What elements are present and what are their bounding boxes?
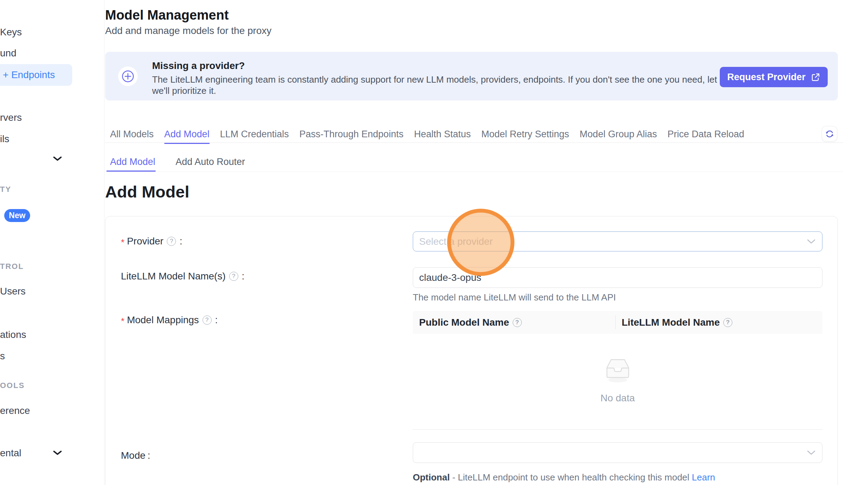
litellm-admin-page: Keys und + Endpoints rvers ils TY New TR… [0,0,868,485]
chevron-down-icon [807,239,816,244]
sidebar-section-header: OOLS [0,381,25,390]
chevron-down-icon [53,450,62,456]
model-name-input[interactable]: claude-3-opus [413,267,822,288]
tab-llm-credentials[interactable]: LLM Credentials [220,129,289,144]
provider-select[interactable]: Select a provider [413,231,822,251]
col-public-model-name-text: Public Model Name [419,317,509,328]
help-icon[interactable]: ? [513,318,522,327]
tab-add-model[interactable]: Add Model [164,129,210,144]
banner-title: Missing a provider? [152,60,245,71]
tab-health-status[interactable]: Health Status [414,129,471,144]
provider-label: * Provider ? : [121,236,182,247]
request-provider-label: Request Provider [727,72,806,83]
chevron-down-icon [53,155,62,162]
subtab-add-auto-router[interactable]: Add Auto Router [176,157,245,167]
col-public-model-name: Public Model Name ? [413,317,615,328]
missing-provider-banner: Missing a provider? The LiteLLM engineer… [105,52,838,101]
page-subtitle: Add and manage models for the proxy [105,25,272,36]
sidebar-item-organizations[interactable]: ations [0,329,26,340]
sidebar-item-playground[interactable]: und [0,48,16,59]
plus-circle-icon [121,70,135,83]
sidebar-item-label: + Endpoints [3,69,55,81]
model-mappings-table: Public Model Name ? LiteLLM Model Name ?… [413,311,822,430]
label-colon: : [179,236,182,247]
sidebar-item-models-endpoints[interactable]: + Endpoints [0,64,72,86]
request-provider-button[interactable]: Request Provider [720,67,828,87]
help-icon[interactable]: ? [229,272,238,281]
plus-circle-badge [118,67,138,86]
subtab-add-model[interactable]: Add Model [110,157,155,167]
tab-model-retry-settings[interactable]: Model Retry Settings [481,129,569,144]
sidebar-item-reference[interactable]: erence [0,405,30,416]
tabs-divider [105,143,843,143]
required-asterisk: * [121,316,124,327]
tab-pass-through-endpoints[interactable]: Pass-Through Endpoints [299,129,403,144]
add-model-heading: Add Model [105,182,189,201]
mode-footnote: Optional - LiteLLM endpoint to use when … [413,472,715,483]
help-icon[interactable]: ? [723,318,732,327]
col-litellm-model-name: LiteLLM Model Name ? [615,317,735,328]
label-colon: : [242,271,245,282]
new-badge: New [4,209,30,222]
sidebar-item-teams[interactable]: s [0,351,5,362]
empty-inbox-icon [600,355,635,383]
sidebar-experimental-chevron[interactable] [53,450,62,457]
refresh-icon [825,129,834,139]
required-asterisk: * [121,237,124,248]
external-link-icon [811,72,820,82]
sidebar-section-header: TROL [0,262,24,271]
header-divider [615,316,616,329]
provider-placeholder: Select a provider [413,236,493,247]
help-icon[interactable]: ? [203,316,212,325]
learn-link[interactable]: Learn [692,472,715,483]
provider-label-text: Provider [127,236,163,247]
chevron-down-icon [807,450,816,456]
sidebar-item-keys[interactable]: Keys [0,27,22,38]
no-data-text: No data [413,393,822,404]
sidebar: Keys und + Endpoints rvers ils TY New TR… [0,0,104,485]
model-name-label: LiteLLM Model Name(s) ? : [121,271,245,282]
banner-text-line1: The LiteLLM engineering team is constant… [152,74,771,85]
help-icon[interactable]: ? [167,237,176,246]
sidebar-section-header: TY [0,185,11,194]
model-name-helper: The model name LiteLLM will send to the … [413,292,616,303]
sidebar-item-servers[interactable]: rvers [0,112,22,123]
sidebar-collapsible-item[interactable] [53,155,62,163]
sidebar-item-guardrails[interactable]: ils [0,133,9,145]
banner-text-line2: we'll prioritize it. [152,85,216,96]
label-colon: : [148,450,150,461]
mode-select[interactable] [413,442,822,463]
mappings-table-empty-body: No data [413,334,822,430]
add-model-subtabs: Add Model Add Auto Router [110,157,245,167]
mode-label-text: Mode [121,450,145,461]
model-name-label-text: LiteLLM Model Name(s) [121,271,226,282]
tab-price-data-reload[interactable]: Price Data Reload [668,129,744,144]
refresh-button[interactable] [822,126,837,141]
footnote-optional: Optional [413,472,450,483]
model-mappings-label-text: Model Mappings [127,314,199,326]
subtabs-divider [105,172,843,172]
model-name-value: claude-3-opus [413,272,481,283]
footnote-text: - LiteLLM endpoint to use when health ch… [450,472,692,483]
model-mappings-label: * Model Mappings ? : [121,314,218,326]
sidebar-item-experimental[interactable]: ental [0,448,21,459]
mode-label: Mode : [121,450,150,461]
page-title: Model Management [105,8,229,23]
tab-all-models[interactable]: All Models [110,129,154,144]
tab-model-group-alias[interactable]: Model Group Alias [580,129,657,144]
model-tabs: All Models Add Model LLM Credentials Pas… [110,129,744,144]
col-litellm-model-name-text: LiteLLM Model Name [622,317,720,328]
mappings-table-header: Public Model Name ? LiteLLM Model Name ? [413,311,822,334]
sidebar-item-users[interactable]: Users [0,286,26,297]
label-colon: : [215,314,218,326]
